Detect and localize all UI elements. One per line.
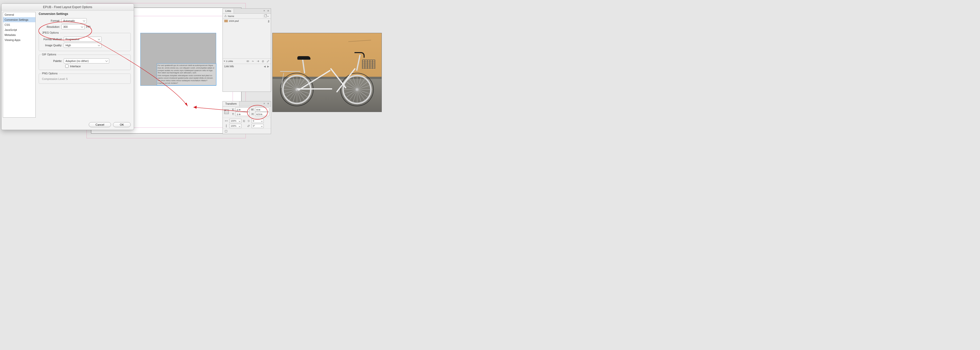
next-link-icon[interactable]: ▶ xyxy=(267,65,269,68)
scale-x-icon xyxy=(224,119,228,123)
w-input[interactable] xyxy=(255,108,269,111)
transform-tab[interactable]: Transform xyxy=(223,102,239,106)
update-link-icon[interactable] xyxy=(261,59,265,63)
placeholder-paragraph: It laccus aut ab inctatur? xyxy=(158,82,216,84)
placeholder-text-frame[interactable]: Por sed quiatendit quo te volorerum idel… xyxy=(157,64,216,85)
interlace-checkbox[interactable] xyxy=(65,65,68,68)
cancel-button[interactable]: Cancel xyxy=(89,122,111,127)
links-header-row: Name ▲ xyxy=(223,14,271,19)
sidebar-item-css[interactable]: CSS xyxy=(3,22,35,27)
panel-collapse-icon[interactable]: × xyxy=(263,9,266,12)
placeholder-paragraph: Obis remquas doluptae velecatquae nosto … xyxy=(158,74,216,82)
image-quality-dropdown[interactable]: High xyxy=(64,43,102,48)
ok-button[interactable]: OK xyxy=(113,122,131,127)
format-method-label: Format Method: xyxy=(41,38,64,41)
links-footer: ▸ 1 Links xyxy=(223,59,271,64)
link-info-label: Link Info xyxy=(224,65,234,68)
rotate-icon xyxy=(247,119,251,123)
rear-rack xyxy=(280,71,301,72)
edit-original-icon[interactable] xyxy=(266,59,270,63)
rear-wheel xyxy=(280,73,313,106)
image-quality-label: Image Quality: xyxy=(41,44,64,47)
clear-transform-icon[interactable] xyxy=(224,129,228,133)
format-dropdown[interactable]: Automatic xyxy=(61,18,87,23)
y-input[interactable] xyxy=(235,112,250,116)
link-thumbnail-icon xyxy=(224,20,228,22)
front-wheel xyxy=(340,73,374,106)
jpeg-options-group: JPEG Options Format Method: Progressive … xyxy=(39,33,131,51)
linked-image-bicycle[interactable] xyxy=(272,33,382,112)
reference-point-selector[interactable] xyxy=(224,110,229,114)
saddle xyxy=(298,56,310,60)
page-column-icon xyxy=(264,14,267,18)
warning-icon xyxy=(224,15,227,18)
shear-icon xyxy=(247,124,251,128)
x-input[interactable] xyxy=(235,108,250,111)
bicycle-illustration xyxy=(280,46,374,106)
compression-value: 5 xyxy=(66,77,68,80)
interlace-label: Interlace xyxy=(70,65,81,68)
scale-x-input[interactable]: 100% xyxy=(229,119,242,123)
panel-menu-icon[interactable]: ≡ xyxy=(267,9,270,12)
sidebar-item-metadata[interactable]: Metadata xyxy=(3,32,35,37)
link-filename: 1024.psd xyxy=(229,19,264,22)
palette-dropdown[interactable]: Adaptive (no dither) xyxy=(64,59,109,64)
relink-cc-icon[interactable] xyxy=(246,59,250,63)
sort-icon[interactable]: ▲ xyxy=(267,16,269,17)
scale-y-input[interactable]: 100% xyxy=(229,124,242,128)
resolution-dropdown[interactable]: 300 xyxy=(61,24,85,29)
dialog-category-list[interactable]: General Conversion Settings CSS JavaScri… xyxy=(3,12,36,118)
resolution-label: Resolution: xyxy=(39,25,61,28)
placeholder-paragraph: Por sed quiatendit quo te volorerum idel… xyxy=(158,64,216,74)
gif-legend: GIF Options xyxy=(41,53,57,56)
panel-menu-icon[interactable]: ≡ xyxy=(267,102,270,105)
conversion-settings-heading: Conversion Settings xyxy=(39,12,131,16)
scale-y-icon xyxy=(224,124,228,128)
disclosure-icon[interactable]: ▸ xyxy=(223,61,226,62)
sidebar-item-viewing-apps[interactable]: Viewing Apps xyxy=(3,37,35,43)
format-method-dropdown[interactable]: Progressive xyxy=(64,37,102,42)
epub-export-dialog[interactable]: EPUB - Fixed Layout Export Options Gener… xyxy=(1,3,134,130)
relink-icon[interactable] xyxy=(251,59,255,63)
compression-label: Compression Level: xyxy=(42,77,65,80)
jpeg-legend: JPEG Options xyxy=(41,31,60,34)
links-tab[interactable]: Links xyxy=(223,9,234,13)
resolution-unit: PPI xyxy=(86,25,91,28)
sidebar-item-conversion-settings[interactable]: Conversion Settings xyxy=(3,17,35,22)
png-options-group: PNG Options Compression Level: 5 xyxy=(39,73,131,84)
format-label: Format: xyxy=(39,19,61,22)
link-info-section[interactable]: Link Info ◀ ▶ xyxy=(223,64,271,69)
panel-collapse-icon[interactable]: × xyxy=(263,102,266,105)
svg-rect-5 xyxy=(225,130,227,132)
goto-link-icon[interactable] xyxy=(256,59,260,63)
link-row[interactable]: 1024.psd 3 xyxy=(223,19,271,23)
shear-input[interactable]: 0° xyxy=(251,124,264,128)
handlebar xyxy=(355,52,364,58)
h-label: H: xyxy=(251,113,254,116)
sidebar-item-javascript[interactable]: JavaScript xyxy=(3,27,35,32)
svg-rect-2 xyxy=(265,15,267,17)
gif-options-group: GIF Options Palette: Adaptive (no dither… xyxy=(39,55,131,70)
links-col-name: Name xyxy=(228,15,234,18)
links-panel[interactable]: × ≡ Links Name ▲ 1024.psd 3 ▸ 1 Links xyxy=(223,8,271,92)
front-basket xyxy=(362,60,375,69)
w-label: W: xyxy=(251,108,254,111)
h-input[interactable] xyxy=(255,112,269,116)
sidebar-item-general[interactable]: General xyxy=(3,12,35,17)
palette-label: Palette: xyxy=(41,59,64,62)
prev-link-icon[interactable]: ◀ xyxy=(264,65,266,68)
rotate-input[interactable]: 0 xyxy=(251,119,264,123)
dialog-title: EPUB - Fixed Layout Export Options xyxy=(2,4,134,11)
link-page-number[interactable]: 3 xyxy=(264,19,269,22)
y-label: Y: xyxy=(231,113,234,116)
transform-panel[interactable]: × ≡ Transform X: W: Y: H: 100% ⛓ xyxy=(223,101,271,134)
constrain-scale-icon[interactable]: ⛓ xyxy=(242,119,245,123)
x-label: X: xyxy=(231,108,234,111)
links-count: 1 Links xyxy=(226,60,233,62)
png-legend: PNG Options xyxy=(41,72,59,75)
